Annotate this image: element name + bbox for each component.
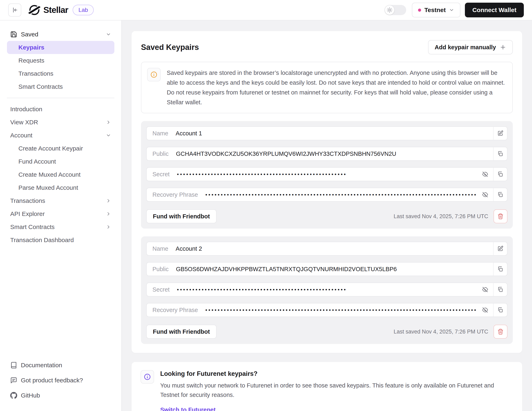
warning-box: Saved keypairs are stored in the browser… [141,62,513,113]
toggle-recovery-visibility-button[interactable] [482,307,488,313]
github-icon [10,392,17,399]
sidebar-group-transactions[interactable]: Transactions [7,194,114,207]
plus-icon [500,44,506,50]
copy-icon [497,307,503,313]
collapse-sidebar-icon [11,7,18,13]
theme-toggle[interactable] [384,5,406,15]
sidebar-item-introduction[interactable]: Introduction [7,103,114,116]
sidebar-item-fund-account[interactable]: Fund Account [7,155,114,168]
sidebar-link-documentation[interactable]: Documentation [7,359,114,372]
sun-icon [387,7,392,13]
network-status-dot [418,9,421,12]
recovery-masked-value: ••••••••••••••••••••••••••••••••••••••••… [205,303,477,317]
chevron-right-icon [106,198,111,204]
toggle-secret-visibility-button[interactable] [482,171,488,177]
sidebar: Saved Keypairs Requests Transactions Sma… [0,20,122,411]
copy-icon [497,171,503,177]
connect-wallet-button[interactable]: Connect Wallet [465,3,524,17]
lab-badge: Lab [73,5,94,15]
copy-public-button[interactable] [493,262,507,276]
sidebar-item-keypairs[interactable]: Keypairs [7,41,114,54]
copy-secret-button[interactable] [493,283,507,296]
chevron-down-icon [106,133,111,138]
page-title: Saved Keypairs [141,43,199,52]
saved-keypairs-panel: Saved Keypairs Add keypair manually Save… [132,31,522,353]
public-key-value: GCHA4HT3VODKCXZU5OK36YRPLUMQV6WI2JWHY33C… [176,150,396,157]
sidebar-link-feedback[interactable]: Got product feedback? [7,374,114,387]
save-icon [10,31,17,38]
copy-recovery-button[interactable] [493,303,507,317]
edit-name-button[interactable] [493,242,507,255]
toggle-recovery-visibility-button[interactable] [482,192,488,198]
chevron-down-icon [106,32,111,37]
chevron-down-icon [449,7,454,13]
network-name: Testnet [424,7,446,13]
sidebar-link-github[interactable]: GitHub [7,389,114,402]
chevron-right-icon [106,120,111,125]
warning-text: Saved keypairs are stored in the browser… [167,68,507,107]
stellar-logo-icon [28,4,40,16]
fund-with-friendbot-button[interactable]: Fund with Friendbot [146,209,217,223]
last-saved-text: Last saved Nov 4, 2025, 7:26 PM UTC [394,329,488,335]
sidebar-group-smart-contracts[interactable]: Smart Contracts [7,220,114,234]
sidebar-item-transaction-dashboard[interactable]: Transaction Dashboard [7,234,114,247]
name-value: Account 1 [176,130,202,137]
secret-key-row: Secret •••••••••••••••••••••••••••••••••… [146,167,507,181]
futurenet-title: Looking for Futurenet keypairs? [160,370,513,377]
keypair-card: Name Account 1 Public GCHA4HT3VODKCXZU5O… [141,121,513,229]
edit-icon [497,130,503,136]
sidebar-group-saved[interactable]: Saved [7,28,114,41]
info-icon [144,373,151,381]
secret-label: Secret [152,171,170,178]
secret-masked-value: ••••••••••••••••••••••••••••••••••••••••… [177,283,477,297]
sidebar-group-api-explorer[interactable]: API Explorer [7,207,114,220]
sidebar-item-requests[interactable]: Requests [7,54,114,67]
content-area: Saved Keypairs Add keypair manually Save… [122,20,532,411]
public-key-row: Public GB5OS6DWHZAJDVHKPPBWZTLA5TNRXTQJG… [146,262,507,276]
sidebar-item-create-muxed-account[interactable]: Create Muxed Account [7,168,114,181]
sidebar-group-account[interactable]: Account [7,129,114,142]
name-row: Name Account 2 [146,242,507,256]
edit-icon [497,246,503,252]
recovery-masked-value: ••••••••••••••••••••••••••••••••••••••••… [205,188,477,202]
eye-off-icon [482,192,488,198]
sidebar-item-create-account-keypair[interactable]: Create Account Keypair [7,142,114,155]
sidebar-item-view-xdr[interactable]: View XDR [7,116,114,129]
copy-recovery-button[interactable] [493,188,507,201]
secret-key-row: Secret •••••••••••••••••••••••••••••••••… [146,283,507,297]
feedback-bubble-icon [10,377,17,384]
info-icon [150,71,158,78]
trash-icon [497,329,504,335]
futurenet-info-panel: Looking for Futurenet keypairs? You must… [132,362,522,411]
sidebar-item-parse-muxed-account[interactable]: Parse Muxed Account [7,181,114,194]
delete-keypair-button[interactable] [494,325,507,339]
edit-name-button[interactable] [493,127,507,140]
sidebar-item-saved-smart-contracts[interactable]: Smart Contracts [7,80,114,93]
name-label: Name [152,130,168,137]
eye-off-icon [482,171,488,177]
name-label: Name [152,245,168,252]
name-row: Name Account 1 [146,126,507,140]
sidebar-footer: Documentation Got product feedback? GitH… [7,359,114,402]
collapse-sidebar-button[interactable] [8,3,21,17]
copy-secret-button[interactable] [493,168,507,181]
futurenet-icon-tile [141,370,154,383]
sidebar-divider [7,98,114,98]
book-icon [10,362,17,369]
public-label: Public [152,266,169,272]
sidebar-item-saved-transactions[interactable]: Transactions [7,67,114,80]
stellar-logo[interactable]: Stellar Lab [28,4,94,16]
secret-label: Secret [152,286,170,293]
switch-to-futurenet-link[interactable]: Switch to Futurenet [160,407,216,411]
network-selector[interactable]: Testnet [412,3,460,17]
copy-public-button[interactable] [493,147,507,160]
trash-icon [497,213,504,219]
delete-keypair-button[interactable] [494,209,507,223]
copy-icon [497,192,503,198]
copy-icon [497,287,503,293]
fund-with-friendbot-button[interactable]: Fund with Friendbot [146,325,217,339]
recovery-label: Recovery Phrase [152,307,198,313]
futurenet-body: You must switch your network to Futurene… [160,381,513,400]
toggle-secret-visibility-button[interactable] [482,287,488,293]
add-keypair-button[interactable]: Add keypair manually [428,40,513,54]
